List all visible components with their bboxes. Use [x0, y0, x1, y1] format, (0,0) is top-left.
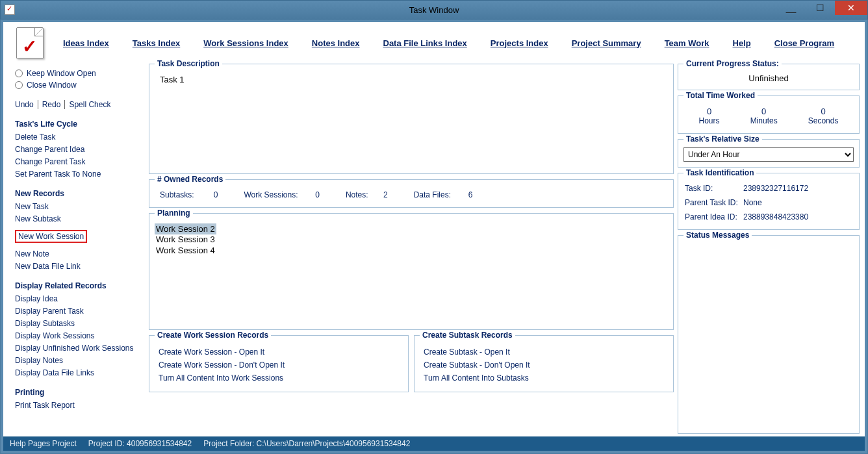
lbl-parent-task-id: Parent Task ID: [685, 198, 743, 207]
menu-project-summary[interactable]: Project Summary [572, 38, 641, 48]
menu-ideas-index[interactable]: Ideas Index [63, 38, 109, 48]
fieldset-task-identification: Task Identification Task ID:238932327116… [678, 173, 860, 230]
link-new-subtask[interactable]: New Subtask [15, 214, 142, 223]
radio-label: Close Window [27, 81, 77, 90]
progress-status-value: Unfinished [683, 73, 854, 83]
minutes-label: Minutes [750, 116, 778, 125]
val-notes: 2 [383, 190, 388, 199]
lbl-task-id: Task ID: [685, 184, 743, 193]
link-create-ws-dont-open[interactable]: Create Work Session - Don't Open It [159, 360, 399, 370]
val-work-sessions: 0 [315, 190, 320, 199]
menu-close-program[interactable]: Close Program [774, 38, 834, 48]
legend-create-ws: Create Work Session Records [155, 331, 271, 340]
link-display-idea[interactable]: Display Idea [15, 294, 142, 303]
fieldset-task-description: Task Description Task 1 [149, 64, 674, 174]
logo-icon [16, 27, 44, 58]
val-task-id: 238932327116172 [743, 184, 808, 193]
lbl-data-files: Data Files: [414, 190, 451, 199]
menu-team-work[interactable]: Team Work [665, 38, 709, 48]
menubar: Ideas Index Tasks Index Work Sessions In… [63, 38, 834, 48]
hours-value: 0 [699, 107, 720, 116]
status-project-folder: Project Folder: C:\Users\Darren\Projects… [203, 439, 410, 448]
radio-close-window[interactable]: Close Window [15, 81, 142, 90]
legend-create-subtask: Create Subtask Records [420, 331, 515, 340]
legend-relative-size: Task's Relative Size [683, 134, 762, 144]
section-display-related: Display Related Records [15, 281, 142, 290]
menu-work-sessions-index[interactable]: Work Sessions Index [203, 38, 288, 48]
link-set-parent-none[interactable]: Set Parent Task To None [15, 170, 142, 179]
link-new-task[interactable]: New Task [15, 202, 142, 211]
link-turn-all-subtasks[interactable]: Turn All Content Into Subtasks [424, 373, 664, 383]
fieldset-create-subtask: Create Subtask Records Create Subtask - … [414, 335, 674, 392]
link-display-data-file-links[interactable]: Display Data File Links [15, 368, 142, 377]
link-print-task-report[interactable]: Print Task Report [15, 401, 142, 410]
link-display-work-sessions[interactable]: Display Work Sessions [15, 331, 142, 340]
legend-total-time: Total Time Worked [683, 91, 758, 100]
link-turn-all-ws[interactable]: Turn All Content Into Work Sessions [159, 373, 399, 383]
toolbar: Ideas Index Tasks Index Work Sessions In… [3, 22, 865, 64]
spellcheck-link[interactable]: Spell Check [69, 100, 110, 109]
minimize-button[interactable]: __ [776, 1, 806, 15]
link-create-ws-open[interactable]: Create Work Session - Open It [159, 347, 399, 357]
create-records-row: Create Work Session Records Create Work … [149, 335, 674, 392]
radio-label: Keep Window Open [27, 69, 96, 78]
link-new-data-file-link[interactable]: New Data File Link [15, 262, 142, 271]
link-new-note[interactable]: New Note [15, 249, 142, 259]
link-display-subtasks[interactable]: Display Subtasks [15, 319, 142, 328]
fieldset-total-time: Total Time Worked 0Hours 0Minutes 0Secon… [678, 95, 860, 134]
maximize-button[interactable]: ☐ [806, 1, 835, 15]
val-parent-task-id: None [743, 198, 762, 207]
status-project-id: Project ID: 400956931534842 [88, 439, 192, 448]
link-change-parent-idea[interactable]: Change Parent Idea [15, 145, 142, 154]
planning-item[interactable]: Work Session 4 [155, 245, 668, 256]
titlebar: Task Window __ ☐ ✕ [0, 0, 868, 19]
link-change-parent-task[interactable]: Change Parent Task [15, 157, 142, 166]
task-description-text[interactable]: Task 1 [155, 72, 668, 87]
seconds-value: 0 [808, 107, 839, 116]
status-help-pages[interactable]: Help Pages Project [10, 439, 77, 448]
fieldset-status-messages: Status Messages [678, 235, 860, 434]
time-triple: 0Hours 0Minutes 0Seconds [683, 104, 854, 128]
link-display-unfinished-ws[interactable]: Display Unfinished Work Sessions [15, 344, 142, 353]
menu-notes-index[interactable]: Notes Index [312, 38, 360, 48]
legend-task-identification: Task Identification [683, 168, 756, 177]
planning-item[interactable]: Work Session 2 [155, 223, 216, 234]
link-create-subtask-dont-open[interactable]: Create Subtask - Don't Open It [424, 360, 664, 370]
sidebar: Keep Window Open Close Window Undo Redo … [8, 64, 145, 434]
lbl-work-sessions: Work Sessions: [244, 190, 298, 199]
hours-label: Hours [699, 116, 720, 125]
fieldset-progress-status: Current Progress Status: Unfinished [678, 64, 860, 90]
lbl-subtasks: Subtasks: [160, 190, 194, 199]
link-create-subtask-open[interactable]: Create Subtask - Open It [424, 347, 664, 357]
planning-item[interactable]: Work Session 3 [155, 234, 668, 245]
menu-help[interactable]: Help [733, 38, 751, 48]
fieldset-create-ws: Create Work Session Records Create Work … [149, 335, 409, 392]
legend-planning: Planning [155, 208, 193, 218]
radio-keep-window-open[interactable]: Keep Window Open [15, 69, 142, 78]
fieldset-planning: Planning Work Session 2 Work Session 3 W… [149, 213, 674, 330]
val-parent-idea-id: 238893848423380 [743, 212, 808, 221]
menu-tasks-index[interactable]: Tasks Index [133, 38, 180, 48]
link-display-notes[interactable]: Display Notes [15, 356, 142, 365]
lbl-notes: Notes: [346, 190, 368, 199]
val-subtasks: 0 [214, 190, 218, 199]
menu-data-file-links-index[interactable]: Data File Links Index [383, 38, 467, 48]
link-display-parent-task[interactable]: Display Parent Task [15, 307, 142, 316]
planning-list[interactable]: Work Session 2 Work Session 3 Work Sessi… [155, 221, 668, 259]
fieldset-owned-records: # Owned Records Subtasks: 0 Work Session… [149, 179, 674, 208]
window-buttons: __ ☐ ✕ [776, 1, 867, 15]
relative-size-select[interactable]: Under An Hour [683, 147, 854, 162]
section-life-cycle: Task's Life Cycle [15, 120, 142, 129]
window-title: Task Window [409, 5, 459, 15]
undo-link[interactable]: Undo [15, 100, 34, 109]
seconds-label: Seconds [808, 116, 839, 125]
statusbar: Help Pages Project Project ID: 400956931… [3, 436, 865, 451]
redo-link[interactable]: Redo [42, 100, 61, 109]
close-button[interactable]: ✕ [835, 1, 867, 15]
menu-projects-index[interactable]: Projects Index [491, 38, 548, 48]
section-printing: Printing [15, 388, 142, 397]
link-new-work-session[interactable]: New Work Session [15, 230, 87, 243]
link-delete-task[interactable]: Delete Task [15, 132, 142, 142]
owned-records-row: Subtasks: 0 Work Sessions: 0 Notes: 2 Da… [155, 188, 668, 202]
section-new-records: New Records [15, 189, 142, 198]
